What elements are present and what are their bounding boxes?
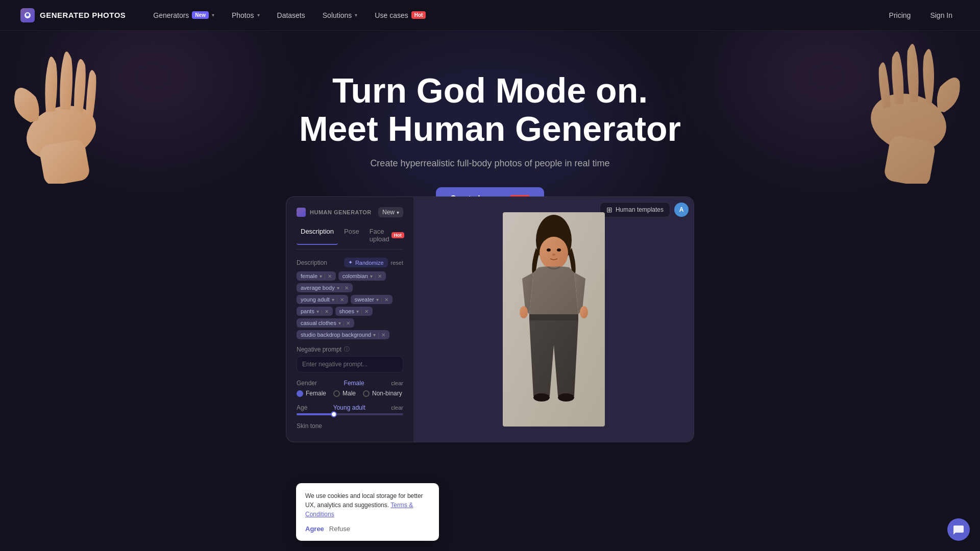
tab-face-upload[interactable]: Face upload Hot xyxy=(365,226,408,245)
average-body-chevron-icon: ▾ xyxy=(337,285,339,291)
panel-title: HUMAN GENERATOR xyxy=(297,208,372,217)
nav-items: Generators New ▾ Photos ▾ Datasets Solut… xyxy=(146,8,881,22)
svg-point-16 xyxy=(533,393,550,402)
young-adult-chevron-icon: ▾ xyxy=(332,297,334,303)
cookie-agree-button[interactable]: Agree xyxy=(305,525,324,533)
signin-link[interactable]: Sign In xyxy=(923,8,960,22)
tab-description[interactable]: Description xyxy=(297,226,338,245)
nav-item-generators[interactable]: Generators New ▾ xyxy=(146,8,222,22)
negative-prompt-label: Negative prompt ⓘ xyxy=(297,345,403,353)
panel-tabs: Description Pose Face upload Hot xyxy=(297,226,403,249)
tag-average-body[interactable]: average body ▾ | ✕ xyxy=(297,283,353,292)
logo-icon xyxy=(20,8,35,22)
gender-radio-group: Female Male Non-binary xyxy=(297,390,403,397)
tag-studio-backdrop[interactable]: studio backdrop background ▾ | ✕ xyxy=(297,330,389,339)
tags-area: female ▾ | ✕ colombian ▾ | ✕ average bod… xyxy=(297,271,403,339)
panel-new-chevron-icon: ▾ xyxy=(397,210,399,215)
studio-backdrop-remove-icon[interactable]: ✕ xyxy=(381,332,385,338)
photos-chevron-icon: ▾ xyxy=(257,12,260,18)
average-body-remove-icon[interactable]: ✕ xyxy=(345,285,349,291)
svg-point-13 xyxy=(520,306,528,318)
cookie-refuse-button[interactable]: Refuse xyxy=(329,525,350,533)
studio-backdrop-chevron-icon: ▾ xyxy=(373,332,376,338)
gender-row: Gender Female clear xyxy=(297,380,403,387)
svg-point-10 xyxy=(547,248,551,252)
pants-remove-icon[interactable]: ✕ xyxy=(325,309,329,314)
chat-support-button[interactable] xyxy=(947,518,970,541)
svg-point-5 xyxy=(26,13,29,16)
age-slider-fill xyxy=(297,413,334,415)
generators-new-badge: New xyxy=(192,11,209,19)
svg-rect-15 xyxy=(529,314,578,320)
young-adult-remove-icon[interactable]: ✕ xyxy=(340,297,344,303)
svg-point-9 xyxy=(540,237,568,269)
hero-title: Turn God Mode on. Meet Human Generator xyxy=(0,71,980,148)
gender-male-option[interactable]: Male xyxy=(333,390,356,397)
nav-item-datasets[interactable]: Datasets xyxy=(270,8,312,22)
info-icon: ⓘ xyxy=(344,345,350,353)
right-image-panel: ⊞ Human templates A xyxy=(414,197,694,442)
svg-point-12 xyxy=(552,254,555,256)
nav-right: Pricing Sign In xyxy=(882,8,960,22)
chat-icon xyxy=(953,524,964,535)
generators-chevron-icon: ▾ xyxy=(212,12,214,18)
nav-item-solutions[interactable]: Solutions ▾ xyxy=(315,8,365,22)
panel-new-badge[interactable]: New ▾ xyxy=(378,207,403,217)
sweater-remove-icon[interactable]: ✕ xyxy=(384,297,388,303)
tag-colombian[interactable]: colombian ▾ | ✕ xyxy=(338,271,386,281)
casual-clothes-remove-icon[interactable]: ✕ xyxy=(346,320,350,326)
tag-casual-clothes[interactable]: casual clothes ▾ | ✕ xyxy=(297,318,354,328)
gender-clear-button[interactable]: clear xyxy=(391,380,403,386)
female-radio-icon xyxy=(297,390,303,397)
gender-nonbinary-option[interactable]: Non-binary xyxy=(363,390,402,397)
panel-header: HUMAN GENERATOR New ▾ xyxy=(297,207,403,217)
female-chevron-icon: ▾ xyxy=(320,273,322,279)
male-radio-icon xyxy=(333,390,340,397)
solutions-chevron-icon: ▾ xyxy=(355,12,357,18)
shoes-chevron-icon: ▾ xyxy=(356,309,359,314)
generated-image-area xyxy=(414,197,694,442)
nonbinary-radio-icon xyxy=(363,390,370,397)
reset-button[interactable]: reset xyxy=(391,260,403,266)
colombian-chevron-icon: ▾ xyxy=(370,273,373,279)
cookie-actions: Agree Refuse xyxy=(305,525,430,533)
cookie-banner: We use cookies and local storage for bet… xyxy=(296,483,439,541)
tag-young-adult[interactable]: young adult ▾ | ✕ xyxy=(297,295,348,304)
skin-tone-label: Skin tone xyxy=(297,422,403,430)
svg-point-14 xyxy=(580,306,588,318)
tag-female[interactable]: female ▾ | ✕ xyxy=(297,271,336,281)
tag-sweater[interactable]: sweater ▾ | ✕ xyxy=(351,295,393,304)
tag-shoes[interactable]: shoes ▾ | ✕ xyxy=(335,307,373,316)
pricing-link[interactable]: Pricing xyxy=(882,8,918,22)
colombian-remove-icon[interactable]: ✕ xyxy=(378,273,382,279)
cookie-text: We use cookies and local storage for bet… xyxy=(305,491,430,519)
gender-female-option[interactable]: Female xyxy=(297,390,326,397)
age-slider-thumb[interactable] xyxy=(331,411,337,417)
randomize-button[interactable]: ✦ Randomize xyxy=(344,258,388,267)
nav-item-photos[interactable]: Photos ▾ xyxy=(225,8,267,22)
person-figure-svg xyxy=(503,212,605,427)
left-controls-panel: HUMAN GENERATOR New ▾ Description Pose F… xyxy=(286,197,414,442)
panel-title-icon xyxy=(297,208,306,217)
age-row: Age Young adult clear xyxy=(297,404,403,411)
negative-prompt-input[interactable] xyxy=(297,356,403,372)
navigation: GENERATED PHOTOS Generators New ▾ Photos… xyxy=(0,0,980,31)
shoes-remove-icon[interactable]: ✕ xyxy=(364,309,369,314)
pants-chevron-icon: ▾ xyxy=(316,309,319,314)
tag-pants[interactable]: pants ▾ | ✕ xyxy=(297,307,333,316)
hero-section: Turn God Mode on. Meet Human Generator C… xyxy=(0,31,980,211)
hero-subtitle: Create hyperrealistic full-body photos o… xyxy=(0,158,980,169)
casual-clothes-chevron-icon: ▾ xyxy=(338,320,341,326)
sparkle-icon: ✦ xyxy=(348,259,353,266)
age-clear-button[interactable]: clear xyxy=(391,405,403,411)
sweater-chevron-icon: ▾ xyxy=(376,297,379,303)
nav-item-usecases[interactable]: Use cases Hot xyxy=(368,8,433,22)
description-section-label: Description ✦ Randomize reset xyxy=(297,258,403,267)
age-slider[interactable] xyxy=(297,413,403,415)
logo[interactable]: GENERATED PHOTOS xyxy=(20,8,126,22)
face-upload-hot-badge: Hot xyxy=(391,232,404,238)
tab-pose[interactable]: Pose xyxy=(340,226,363,245)
female-remove-icon[interactable]: ✕ xyxy=(328,273,332,279)
svg-point-17 xyxy=(558,393,574,402)
usecases-hot-badge: Hot xyxy=(411,11,426,19)
